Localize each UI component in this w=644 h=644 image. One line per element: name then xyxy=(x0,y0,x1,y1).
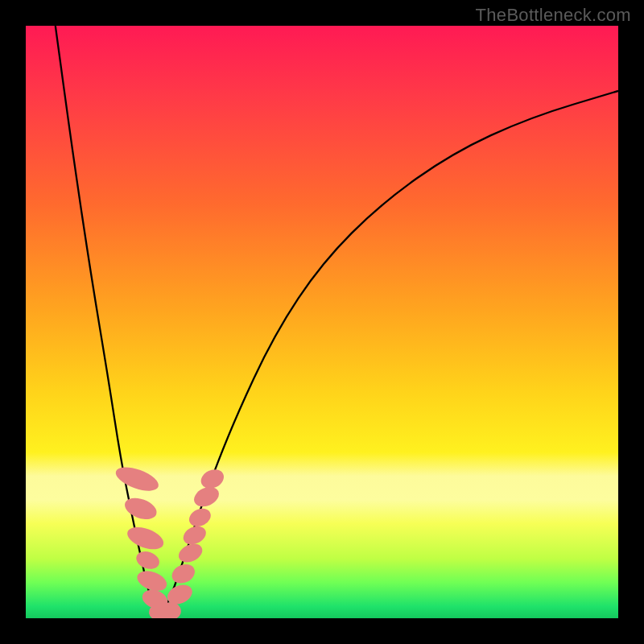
watermark-text: TheBottleneck.com xyxy=(476,5,631,26)
bead-marker xyxy=(134,548,162,572)
bead-marker xyxy=(122,494,159,523)
plot-area xyxy=(26,26,618,618)
bead-marker xyxy=(125,523,167,554)
bead-marker xyxy=(169,561,198,587)
bead-marker xyxy=(113,462,162,495)
chart-frame: TheBottleneck.com xyxy=(0,0,644,644)
bead-marker xyxy=(198,466,227,492)
curve-right-branch xyxy=(159,91,618,617)
bead-marker xyxy=(186,506,213,530)
curves-svg xyxy=(26,26,618,618)
